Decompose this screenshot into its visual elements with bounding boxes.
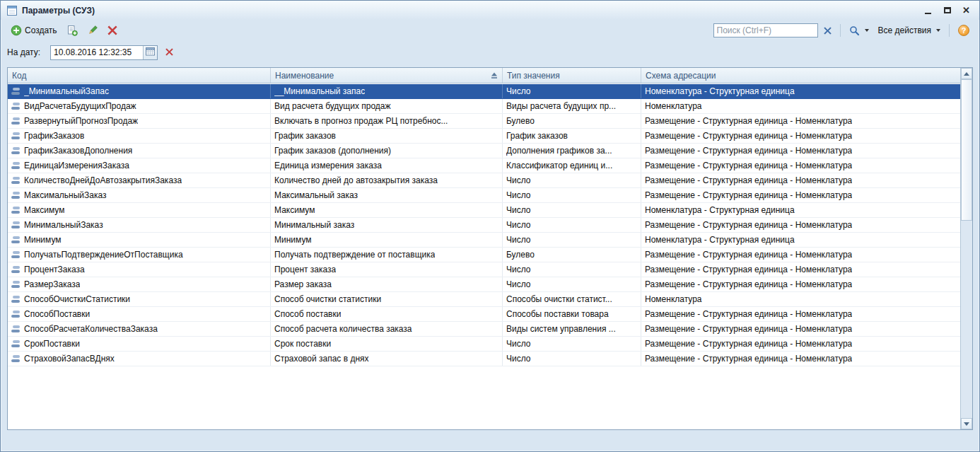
- cell-schema: Размещение - Структурная единица - Номен…: [641, 218, 960, 232]
- calendar-button[interactable]: [143, 46, 157, 59]
- code-text: ГрафикЗаказов: [24, 131, 84, 141]
- cell-schema: Номенклатура - Структурная единица: [641, 203, 960, 217]
- type-text: Виды систем управления ...: [506, 324, 616, 334]
- cell-code: МаксимальныйЗаказ: [8, 188, 271, 202]
- search-input[interactable]: [713, 23, 818, 37]
- maximize-button[interactable]: [940, 4, 955, 17]
- all-actions-label: Все действия: [878, 25, 931, 35]
- table-header: Код Наименование Тип значения Схема адре…: [8, 68, 972, 83]
- cell-code: РазмерЗаказа: [8, 277, 271, 291]
- schema-text: Размещение - Структурная единица - Номен…: [645, 175, 852, 185]
- chevron-down-icon: [865, 29, 869, 32]
- parameter-icon: [11, 325, 21, 333]
- clear-date-button[interactable]: [162, 45, 176, 59]
- type-text: Способы поставки товара: [506, 309, 609, 319]
- cell-code: СпособРасчетаКоличестваЗаказа: [8, 322, 271, 336]
- table-row[interactable]: МинимальныйЗаказ Минимальный заказ Число…: [8, 218, 960, 233]
- code-text: МаксимальныйЗаказ: [24, 190, 107, 200]
- column-header-type[interactable]: Тип значения: [503, 68, 641, 83]
- table-row[interactable]: СпособПоставки Способ поставки Способы п…: [8, 307, 960, 322]
- cell-schema: Номенклатура: [641, 99, 960, 113]
- table-row[interactable]: ПроцентЗаказа Процент заказа Число Разме…: [8, 262, 960, 277]
- scrollbar-thumb[interactable]: [961, 79, 972, 221]
- parameter-icon: [11, 295, 21, 303]
- column-header-code[interactable]: Код: [8, 68, 271, 83]
- code-text: СпособПоставки: [24, 309, 90, 319]
- name-text: График заказов (дополнения): [274, 146, 391, 156]
- code-text: МинимальныйЗаказ: [24, 220, 103, 230]
- cell-code: СпособПоставки: [8, 307, 271, 321]
- date-field: [50, 45, 158, 60]
- cell-name: Максимальный заказ: [271, 188, 503, 202]
- code-text: РазвернутыйПрогнозПродаж: [24, 116, 138, 126]
- cell-type: Число: [503, 352, 641, 366]
- clear-search-button[interactable]: [820, 25, 835, 37]
- arrow-up-icon: [964, 72, 969, 76]
- table-row[interactable]: ПолучатьПодтверждениеОтПоставщика Получа…: [8, 248, 960, 262]
- pencil-icon: [87, 25, 98, 36]
- copy-button[interactable]: [63, 23, 81, 38]
- table-row[interactable]: _МинимальныйЗапас __Минимальный запас Чи…: [8, 84, 960, 99]
- table-row[interactable]: СпособРасчетаКоличестваЗаказа Способ рас…: [8, 322, 960, 337]
- vertical-scrollbar[interactable]: [960, 68, 972, 429]
- cell-type: Булево: [503, 114, 641, 128]
- cell-type: Число: [503, 218, 641, 232]
- cell-code: _МинимальныйЗапас: [8, 84, 271, 98]
- all-actions-button[interactable]: Все действия: [875, 23, 944, 37]
- parameter-icon: [11, 87, 21, 95]
- help-button[interactable]: ?: [955, 23, 973, 38]
- table-row[interactable]: Минимум Минимум Число Номенклатура - Стр…: [8, 233, 960, 248]
- cell-code: ГрафикЗаказов: [8, 129, 271, 143]
- code-text: СпособРасчетаКоличестваЗаказа: [24, 324, 158, 334]
- minimize-button[interactable]: [921, 4, 935, 17]
- name-text: Страховой запас в днях: [274, 354, 369, 364]
- table-row[interactable]: ГрафикЗаказов График заказов График зака…: [8, 129, 960, 144]
- arrow-down-icon: [964, 422, 969, 426]
- date-input[interactable]: [51, 46, 143, 59]
- table-row[interactable]: СрокПоставки Срок поставки Число Размеще…: [8, 337, 960, 352]
- table-row[interactable]: Максимум Максимум Число Номенклатура - С…: [8, 203, 960, 218]
- schema-text: Размещение - Структурная единица - Номен…: [645, 116, 852, 126]
- table-row[interactable]: КоличествоДнейДоАвтозакрытияЗаказа Колич…: [8, 173, 960, 188]
- table-row[interactable]: СпособОчисткиСтатистики Способ очистки с…: [8, 292, 960, 307]
- copy-document-icon: [66, 25, 78, 36]
- toolbar-separator: [840, 24, 841, 37]
- table-row[interactable]: РазмерЗаказа Размер заказа Число Размеще…: [8, 277, 960, 292]
- cell-schema: Размещение - Структурная единица - Номен…: [641, 144, 960, 158]
- table-body: _МинимальныйЗапас __Минимальный запас Чи…: [8, 84, 960, 429]
- cell-code: ПолучатьПодтверждениеОтПоставщика: [8, 248, 271, 262]
- create-button[interactable]: Создать: [7, 23, 61, 38]
- type-text: Виды расчета будущих пр...: [506, 101, 616, 111]
- name-text: Процент заказа: [274, 265, 336, 274]
- table-row[interactable]: ВидРасчетаБудущихПродаж Вид расчета буду…: [8, 99, 960, 114]
- name-text: Максимальный заказ: [274, 190, 358, 200]
- cell-type: Число: [503, 262, 641, 277]
- table-row[interactable]: МаксимальныйЗаказ Максимальный заказ Чис…: [8, 188, 960, 203]
- cell-name: Размер заказа: [271, 277, 503, 291]
- cell-type: Виды систем управления ...: [503, 322, 641, 336]
- cell-schema: Размещение - Структурная единица - Номен…: [641, 188, 960, 202]
- edit-button[interactable]: [83, 23, 102, 38]
- table-row[interactable]: ЕдиницаИзмеренияЗаказа Единица измерения…: [8, 158, 960, 173]
- close-button[interactable]: ✕: [959, 4, 974, 17]
- cell-code: ЕдиницаИзмеренияЗаказа: [8, 158, 271, 173]
- close-icon: ✕: [962, 6, 970, 15]
- parameter-icon: [11, 236, 21, 244]
- table-row[interactable]: СтраховойЗапасВДнях Страховой запас в дн…: [8, 352, 960, 366]
- column-header-schema[interactable]: Схема адресации: [641, 68, 960, 83]
- type-text: Число: [506, 205, 531, 215]
- parameter-icon: [11, 117, 21, 125]
- cell-code: МинимальныйЗаказ: [8, 218, 271, 232]
- code-text: СтраховойЗапасВДнях: [24, 354, 115, 364]
- create-button-label: Создать: [25, 25, 57, 35]
- parameter-icon: [11, 176, 21, 185]
- table-row[interactable]: ГрафикЗаказовДополнения График заказов (…: [8, 144, 960, 158]
- column-header-label: Тип значения: [507, 71, 560, 81]
- scroll-down-button[interactable]: [961, 418, 972, 429]
- table-row[interactable]: РазвернутыйПрогнозПродаж Включать в прог…: [8, 114, 960, 129]
- search-options-button[interactable]: [846, 23, 873, 38]
- column-header-name[interactable]: Наименование: [271, 68, 503, 83]
- cell-name: Количество дней до автозакрытия заказа: [271, 173, 503, 187]
- scroll-up-button[interactable]: [961, 68, 972, 79]
- delete-button[interactable]: [104, 23, 121, 37]
